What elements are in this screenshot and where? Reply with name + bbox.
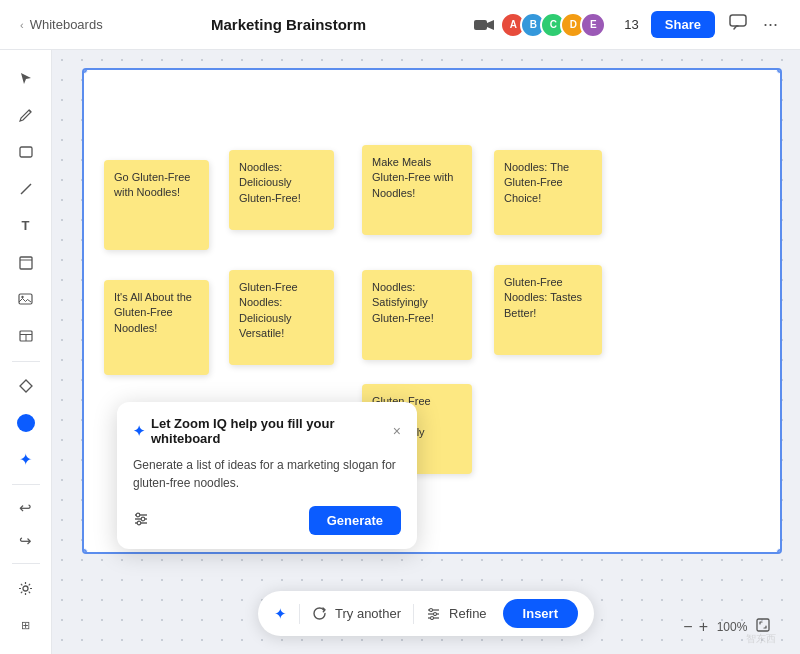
main-area: T [0, 50, 800, 654]
sticky-note[interactable]: Go Gluten-Free with Noodles! [104, 160, 209, 250]
back-label[interactable]: Whiteboards [30, 17, 103, 32]
tool-cursor[interactable] [8, 62, 44, 95]
tool-expand[interactable]: ⊞ [8, 609, 44, 642]
svg-point-11 [23, 586, 28, 591]
expand-icon [756, 618, 770, 632]
svg-line-3 [21, 184, 31, 194]
chat-icon [729, 14, 747, 30]
tool-circle[interactable] [8, 407, 44, 440]
canvas[interactable]: Go Gluten-Free with Noodles! Noodles: De… [52, 50, 800, 654]
sticky-note[interactable]: It's All About the Gluten-Free Noodles! [104, 280, 209, 375]
tool-separator-2 [12, 484, 40, 485]
handle-tl[interactable] [82, 68, 88, 74]
ai-sparkle-icon-bt: ✦ [274, 605, 287, 623]
avatar: E [580, 12, 606, 38]
ai-panel-header: ✦ Let Zoom IQ help you fill your whitebo… [133, 416, 401, 446]
svg-rect-6 [19, 294, 32, 304]
tool-separator [12, 361, 40, 362]
tool-line[interactable] [8, 173, 44, 206]
image-icon [18, 293, 33, 305]
video-icon-btn[interactable] [474, 18, 494, 32]
more-options-button[interactable]: ··· [761, 12, 780, 37]
tool-separator-3 [12, 563, 40, 564]
svg-point-21 [430, 609, 433, 612]
frame-icon [19, 256, 33, 270]
svg-point-15 [136, 513, 140, 517]
zoom-out-button[interactable]: − [683, 618, 692, 636]
ai-settings-button[interactable] [133, 511, 149, 531]
video-camera-icon [474, 18, 494, 32]
refine-icon-btn[interactable] [426, 606, 441, 621]
try-another-refresh-icon[interactable] [312, 606, 327, 621]
chat-icon-btn[interactable] [727, 12, 749, 37]
insert-button[interactable]: Insert [503, 599, 578, 628]
svg-rect-0 [474, 20, 487, 30]
tool-rectangle[interactable] [8, 136, 44, 169]
undo-button[interactable]: ↩ [10, 493, 42, 522]
ai-panel: ✦ Let Zoom IQ help you fill your whitebo… [117, 402, 417, 549]
diamond-icon [19, 379, 33, 393]
redo-button[interactable]: ↪ [10, 526, 42, 555]
handle-tr[interactable] [776, 68, 782, 74]
generate-button[interactable]: Generate [309, 506, 401, 535]
line-icon [19, 182, 33, 196]
sticky-note[interactable]: Noodles: Deliciously Gluten-Free! [229, 150, 334, 230]
bottom-action-toolbar: ✦ Try another R [258, 591, 594, 636]
header: ‹ Whiteboards Marketing Brainstorm A B C… [0, 0, 800, 50]
share-button[interactable]: Share [651, 11, 715, 38]
refresh-icon [312, 606, 327, 621]
sliders-icon [133, 511, 149, 527]
sticky-note[interactable]: Noodles: Satisfyingly Gluten-Free! [362, 270, 472, 360]
tool-table[interactable] [8, 320, 44, 353]
svg-rect-1 [730, 15, 746, 26]
participant-count: 13 [624, 17, 638, 32]
rectangle-icon [19, 146, 33, 158]
svg-rect-4 [20, 257, 32, 269]
ai-title-text: Let Zoom IQ help you fill your whiteboar… [151, 416, 393, 446]
handle-br[interactable] [776, 548, 782, 554]
sticky-note[interactable]: Make Meals Gluten-Free with Noodles! [362, 145, 472, 235]
ai-magic-button[interactable]: ✦ [274, 605, 287, 623]
zoom-level: 100% [714, 620, 750, 634]
table-icon [19, 330, 33, 342]
sticky-note[interactable]: Gluten-Free Noodles: Tastes Better! [494, 265, 602, 355]
zoom-in-button[interactable]: + [699, 618, 708, 636]
svg-rect-24 [757, 619, 769, 631]
cursor-icon [19, 71, 33, 85]
svg-point-23 [431, 617, 434, 620]
sparkle-icon: ✦ [19, 450, 32, 469]
back-chevron-icon: ‹ [20, 19, 24, 31]
tool-diamond[interactable] [8, 370, 44, 403]
participant-avatars: A B C D E [506, 12, 606, 38]
toolbar-divider-2 [413, 604, 414, 624]
tool-pencil[interactable] [8, 99, 44, 132]
sticky-note[interactable]: Noodles: The Gluten-Free Choice! [494, 150, 602, 235]
tool-sparkle[interactable]: ✦ [8, 443, 44, 476]
pencil-icon [19, 108, 33, 122]
sticky-note[interactable]: Gluten-Free Noodles: Deliciously Versati… [229, 270, 334, 365]
header-left: ‹ Whiteboards [20, 17, 103, 32]
refine-label[interactable]: Refine [449, 606, 487, 621]
zoom-controls: − + 100% [683, 618, 770, 636]
ai-panel-footer: Generate [133, 506, 401, 535]
tool-frame[interactable] [8, 246, 44, 279]
svg-rect-2 [20, 147, 32, 157]
sliders-refine-icon [426, 606, 441, 621]
handle-bl[interactable] [82, 548, 88, 554]
try-another-label[interactable]: Try another [335, 606, 401, 621]
tool-image[interactable] [8, 283, 44, 316]
ai-description: Generate a list of ideas for a marketing… [133, 456, 401, 492]
svg-point-22 [434, 613, 437, 616]
ai-panel-title: ✦ Let Zoom IQ help you fill your whitebo… [133, 416, 393, 446]
tool-settings[interactable] [8, 572, 44, 605]
svg-point-16 [141, 517, 145, 521]
expand-button[interactable] [756, 618, 770, 636]
toolbar-divider [299, 604, 300, 624]
header-right: A B C D E 13 Share ··· [474, 11, 780, 38]
ai-close-button[interactable]: × [393, 423, 401, 439]
circle-dot-icon [17, 414, 35, 432]
sidebar-toolbar: T [0, 50, 52, 654]
tool-text[interactable]: T [8, 209, 44, 242]
svg-point-17 [137, 521, 141, 525]
ai-sparkle-icon: ✦ [133, 423, 145, 439]
